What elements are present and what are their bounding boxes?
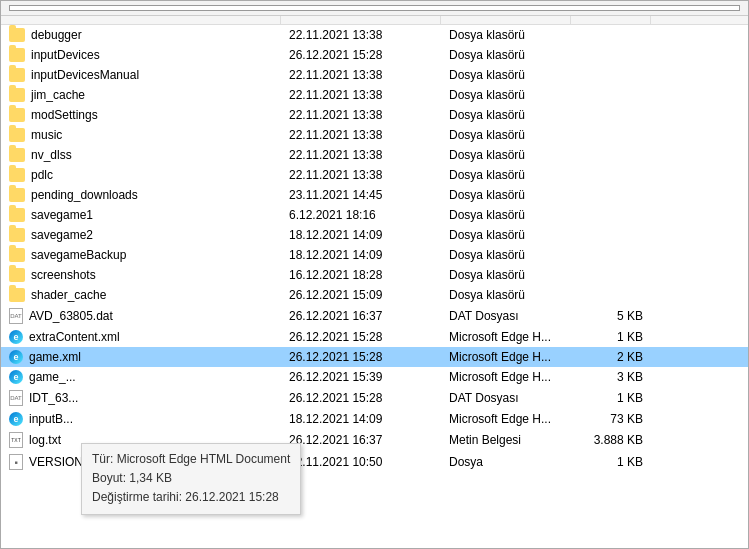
file-size [571, 133, 651, 137]
file-name-cell: inputDevices [1, 46, 281, 64]
file-kind: Metin Belgesi [441, 431, 571, 449]
file-explorer: debugger 22.11.2021 13:38 Dosya klasörü … [1, 16, 748, 548]
edge-icon: e [9, 412, 23, 426]
table-row[interactable]: inputDevicesManual 22.11.2021 13:38 Dosy… [1, 65, 748, 85]
file-name: modSettings [31, 108, 98, 122]
file-name: IDT_63... [29, 391, 78, 405]
table-row[interactable]: savegame1 6.12.2021 18:16 Dosya klasörü [1, 205, 748, 225]
file-name-cell: jim_cache [1, 86, 281, 104]
file-kind: DAT Dosyası [441, 389, 571, 407]
file-name-cell: DAT AVD_63805.dat [1, 306, 281, 326]
table-row[interactable]: ■ VERSION 22.11.2021 10:50 Dosya 1 KB [1, 451, 748, 473]
folder-icon [9, 188, 25, 202]
folder-icon [9, 68, 25, 82]
table-row[interactable]: pdlc 22.11.2021 13:38 Dosya klasörü [1, 165, 748, 185]
file-size: 1 KB [571, 389, 651, 407]
col-name[interactable] [1, 16, 281, 24]
file-modified: 18.12.2021 14:09 [281, 226, 441, 244]
file-name: inputDevices [31, 48, 100, 62]
table-row[interactable]: screenshots 16.12.2021 18:28 Dosya klasö… [1, 265, 748, 285]
table-row[interactable]: jim_cache 22.11.2021 13:38 Dosya klasörü [1, 85, 748, 105]
table-row[interactable]: pending_downloads 23.11.2021 14:45 Dosya… [1, 185, 748, 205]
table-row[interactable]: DAT IDT_63... 26.12.2021 15:28 DAT Dosya… [1, 387, 748, 409]
file-kind: Dosya klasörü [441, 126, 571, 144]
file-name: extraContent.xml [29, 330, 120, 344]
col-type[interactable] [441, 16, 571, 24]
file-name: VERSION [29, 455, 83, 469]
folder-icon [9, 228, 25, 242]
file-size [571, 273, 651, 277]
table-row[interactable]: e game.xml 26.12.2021 15:28 Microsoft Ed… [1, 347, 748, 367]
file-name-cell: e extraContent.xml [1, 328, 281, 346]
file-modified: 26.12.2021 15:28 [281, 389, 441, 407]
edge-icon: e [9, 330, 23, 344]
file-name-cell: savegame1 [1, 206, 281, 224]
file-modified: 22.11.2021 13:38 [281, 106, 441, 124]
file-kind: Dosya klasörü [441, 246, 571, 264]
file-name-cell: savegameBackup [1, 246, 281, 264]
folder-icon [9, 128, 25, 142]
tooltip-line: Değiştirme tarihi: 26.12.2021 15:28 [92, 488, 290, 507]
file-name-cell: e game_... [1, 368, 281, 386]
table-row[interactable]: debugger 22.11.2021 13:38 Dosya klasörü [1, 25, 748, 45]
folder-icon [9, 148, 25, 162]
table-row[interactable]: savegameBackup 18.12.2021 14:09 Dosya kl… [1, 245, 748, 265]
file-modified: 22.11.2021 13:38 [281, 126, 441, 144]
file-modified: 23.11.2021 14:45 [281, 186, 441, 204]
file-name-cell: shader_cache [1, 286, 281, 304]
file-name-cell: e game.xml [1, 348, 281, 366]
file-modified: 6.12.2021 18:16 [281, 206, 441, 224]
file-kind: Dosya klasörü [441, 206, 571, 224]
file-size [571, 193, 651, 197]
table-row[interactable]: e inputB... 18.12.2021 14:09 Microsoft E… [1, 409, 748, 429]
file-name-cell: ■ VERSION [1, 452, 281, 472]
col-modified[interactable] [281, 16, 441, 24]
file-size [571, 73, 651, 77]
file-size [571, 153, 651, 157]
file-size: 5 KB [571, 307, 651, 325]
file-name-cell: pending_downloads [1, 186, 281, 204]
file-modified: 22.11.2021 10:50 [281, 453, 441, 471]
file-modified: 22.11.2021 13:38 [281, 166, 441, 184]
table-row[interactable]: e extraContent.xml 26.12.2021 15:28 Micr… [1, 327, 748, 347]
file-name-cell: inputDevicesManual [1, 66, 281, 84]
file-modified: 18.12.2021 14:09 [281, 410, 441, 428]
folder-icon [9, 268, 25, 282]
edge-icon: e [9, 350, 23, 364]
folder-icon [9, 108, 25, 122]
file-size [571, 173, 651, 177]
file-kind: Dosya klasörü [441, 106, 571, 124]
file-name-cell: debugger [1, 26, 281, 44]
table-row[interactable]: modSettings 22.11.2021 13:38 Dosya klasö… [1, 105, 748, 125]
table-row[interactable]: music 22.11.2021 13:38 Dosya klasörü [1, 125, 748, 145]
file-name: game_... [29, 370, 76, 384]
col-size[interactable] [571, 16, 651, 24]
txt-icon: TXT [9, 432, 23, 448]
table-row[interactable]: DAT AVD_63805.dat 26.12.2021 16:37 DAT D… [1, 305, 748, 327]
table-row[interactable]: inputDevices 26.12.2021 15:28 Dosya klas… [1, 45, 748, 65]
address-bar [1, 1, 748, 16]
file-size: 3.888 KB [571, 431, 651, 449]
file-kind: Dosya [441, 453, 571, 471]
table-row[interactable]: TXT log.txt 26.12.2021 16:37 Metin Belge… [1, 429, 748, 451]
file-icon: ■ [9, 454, 23, 470]
file-name-cell: music [1, 126, 281, 144]
file-kind: Dosya klasörü [441, 46, 571, 64]
file-kind: Dosya klasörü [441, 186, 571, 204]
file-name: AVD_63805.dat [29, 309, 113, 323]
file-kind: DAT Dosyası [441, 307, 571, 325]
table-row[interactable]: e game_... 26.12.2021 15:39 Microsoft Ed… [1, 367, 748, 387]
table-row[interactable]: shader_cache 26.12.2021 15:09 Dosya klas… [1, 285, 748, 305]
table-row[interactable]: nv_dlss 22.11.2021 13:38 Dosya klasörü [1, 145, 748, 165]
file-size: 73 KB [571, 410, 651, 428]
file-modified: 18.12.2021 14:09 [281, 246, 441, 264]
table-row[interactable]: savegame2 18.12.2021 14:09 Dosya klasörü [1, 225, 748, 245]
file-size: 1 KB [571, 328, 651, 346]
file-size [571, 233, 651, 237]
file-modified: 26.12.2021 16:37 [281, 431, 441, 449]
file-kind: Dosya klasörü [441, 266, 571, 284]
file-kind: Dosya klasörü [441, 66, 571, 84]
file-size: 2 KB [571, 348, 651, 366]
folder-icon [9, 248, 25, 262]
address-input[interactable] [9, 5, 740, 11]
